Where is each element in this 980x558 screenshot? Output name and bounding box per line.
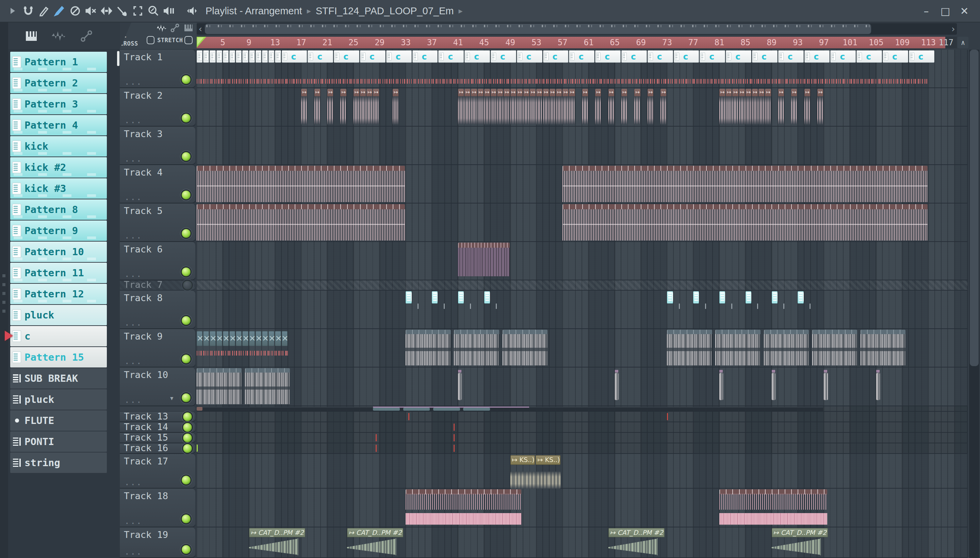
audio-clip[interactable]: ↦	[739, 89, 745, 125]
audio-clip[interactable]: ↦	[758, 89, 764, 125]
track-enable-led[interactable]	[183, 412, 192, 421]
track-header-track-16[interactable]: Track 16	[120, 443, 195, 453]
audio-clip[interactable]: ↦	[504, 89, 509, 125]
audio-clip[interactable]: ↦	[543, 89, 549, 125]
muted-clip[interactable]: ✕	[217, 331, 222, 346]
pattern-clip-c[interactable]: c	[752, 50, 778, 62]
automation-view-icon[interactable]	[170, 23, 181, 33]
pattern-clip-c[interactable]: c	[830, 50, 856, 62]
pattern-item-kick[interactable]: kick	[10, 136, 107, 156]
audio-clip[interactable]	[719, 489, 827, 525]
audio-clip[interactable]	[667, 330, 712, 366]
audio-clip[interactable]: ↦	[360, 89, 366, 125]
pattern-clip[interactable]	[242, 50, 248, 62]
clip-stub[interactable]	[679, 304, 680, 309]
pattern-item-flute[interactable]: FLUTE	[10, 410, 107, 431]
track-header-track-17[interactable]: Track 17...	[120, 454, 195, 488]
audio-clip[interactable]: ↦	[634, 89, 640, 125]
track-enable-led[interactable]	[183, 281, 192, 290]
muted-clip[interactable]: ✕	[236, 331, 241, 346]
track-options-dots[interactable]: ...	[125, 396, 142, 405]
clip-stub[interactable]	[705, 304, 706, 309]
muted-clip[interactable]: ✕	[249, 331, 255, 346]
pattern-item-pattern-2[interactable]: Pattern 2	[10, 73, 107, 93]
pattern-clip-c[interactable]: c	[778, 50, 804, 62]
audio-clip[interactable]: ↦	[582, 89, 588, 125]
muted-clip[interactable]: ✕	[223, 331, 229, 346]
zoom-icon[interactable]	[146, 4, 161, 18]
track-row[interactable]	[197, 242, 968, 281]
mini-clip[interactable]	[197, 407, 202, 411]
track-options-dots[interactable]: ...	[125, 154, 142, 164]
pattern-item-string[interactable]: string	[10, 453, 107, 473]
muted-clip[interactable]: ✕	[197, 331, 202, 346]
slip-icon[interactable]	[98, 4, 114, 18]
track-header-track-10[interactable]: Track 10...▾	[120, 368, 195, 405]
audio-clip[interactable]: ↦	[648, 89, 653, 125]
scroll-right-icon[interactable]: ›	[949, 23, 957, 35]
track-enable-led[interactable]	[182, 316, 190, 325]
audio-clip[interactable]: ↦	[752, 89, 758, 125]
marker-tick[interactable]	[408, 413, 409, 420]
pattern-clip-c[interactable]: c	[857, 50, 882, 62]
track-options-dots[interactable]: ...	[125, 116, 142, 125]
delete-icon[interactable]	[67, 4, 83, 18]
audio-clip[interactable]: ↦	[478, 89, 484, 125]
track-enable-led[interactable]	[183, 423, 192, 432]
scroll-up-button[interactable]: ∧	[957, 37, 969, 48]
muted-clip[interactable]: ✕	[229, 331, 235, 346]
track-row[interactable]	[197, 489, 968, 527]
pattern-clip-c[interactable]: c	[804, 50, 830, 62]
audio-clip[interactable]: ↦	[556, 89, 562, 125]
mini-clip[interactable]	[403, 408, 430, 411]
pattern-item-pluck[interactable]: pluck	[10, 389, 107, 410]
audio-clip[interactable]: ↦	[465, 89, 470, 125]
track-enable-led[interactable]	[182, 75, 190, 84]
track-enable-led[interactable]	[183, 444, 192, 453]
audio-clip[interactable]: ↦	[517, 89, 523, 125]
pattern-item-c[interactable]: c	[10, 326, 107, 346]
audio-waveform[interactable]	[511, 471, 561, 489]
track-header-track-7[interactable]: Track 7	[120, 281, 195, 290]
note-preview-strip[interactable]	[197, 79, 928, 84]
pattern-clip[interactable]	[458, 291, 464, 304]
track-options-dots[interactable]: ...	[125, 356, 142, 366]
track-enable-led[interactable]	[182, 545, 190, 554]
track-header-track-8[interactable]: Track 8...	[120, 290, 195, 328]
track-header-track-13[interactable]: Track 13	[120, 412, 195, 422]
audio-clip[interactable]	[458, 243, 510, 276]
audio-clip[interactable]: ↦	[491, 89, 496, 125]
audio-clip[interactable]: ↦	[550, 89, 555, 125]
horizontal-scrollbar-thumb[interactable]	[205, 24, 871, 34]
audio-clip-cat[interactable]: ↦ CAT_D..PM #2	[249, 528, 305, 556]
pattern-clip[interactable]	[223, 50, 229, 62]
audio-clip[interactable]: ↦	[791, 89, 797, 125]
audio-hit-clip[interactable]	[719, 373, 723, 400]
track-enable-led[interactable]	[182, 114, 190, 123]
pattern-clip[interactable]	[432, 291, 438, 304]
audio-clip[interactable]: ↦	[327, 89, 333, 125]
pattern-clip-c[interactable]: c	[699, 50, 725, 62]
pattern-clip[interactable]	[484, 291, 490, 304]
pattern-view-icon[interactable]	[184, 23, 194, 33]
audio-clip[interactable]: ↦	[353, 89, 359, 125]
track-header-track-19[interactable]: Track 19...	[120, 527, 195, 557]
playhead-marker[interactable]	[197, 37, 206, 48]
vertical-scrollbar[interactable]	[969, 50, 979, 558]
pattern-clip-c[interactable]: c	[308, 50, 333, 62]
track-header-track-1[interactable]: Track 1...	[120, 50, 195, 87]
audio-view-icon[interactable]	[156, 23, 167, 33]
pattern-clip[interactable]	[197, 50, 202, 62]
pattern-clip[interactable]	[405, 291, 411, 304]
track-options-dots[interactable]: ...	[125, 269, 142, 279]
pattern-clip-c[interactable]: c	[360, 50, 386, 62]
muted-clip[interactable]: ✕	[203, 331, 209, 346]
pattern-item-pattern-12[interactable]: Pattern 12	[10, 284, 107, 304]
audio-clip-region[interactable]	[563, 166, 927, 202]
clip-stub[interactable]	[731, 304, 732, 309]
track-row[interactable]	[197, 412, 968, 422]
pattern-item-pattern-15[interactable]: Pattern 15	[10, 347, 107, 368]
pattern-item-kick-3[interactable]: kick #3	[10, 178, 107, 199]
audio-clip[interactable]	[860, 330, 906, 366]
audio-clip-ks[interactable]: ↦ KS..)	[511, 455, 535, 465]
